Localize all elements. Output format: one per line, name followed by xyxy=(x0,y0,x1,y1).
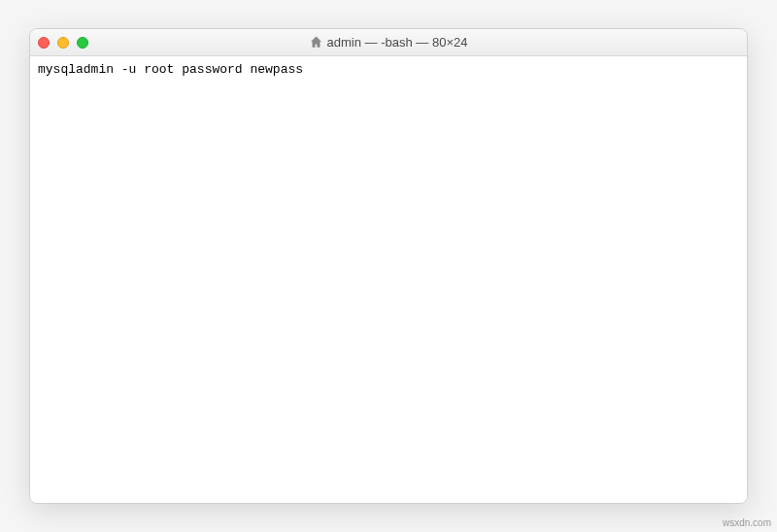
close-icon[interactable] xyxy=(38,37,50,49)
window-title-text: admin — -bash — 80×24 xyxy=(327,35,468,50)
terminal-window: admin — -bash — 80×24 mysqladmin -u root… xyxy=(29,28,748,504)
maximize-icon[interactable] xyxy=(77,37,88,49)
traffic-lights xyxy=(38,37,88,49)
watermark: wsxdn.com xyxy=(723,517,771,528)
titlebar[interactable]: admin — -bash — 80×24 xyxy=(30,29,747,56)
terminal-line: mysqladmin -u root password newpass xyxy=(38,62,303,77)
terminal-body[interactable]: mysqladmin -u root password newpass xyxy=(30,56,747,503)
window-title: admin — -bash — 80×24 xyxy=(30,35,747,50)
home-icon xyxy=(310,36,323,50)
minimize-icon[interactable] xyxy=(57,37,69,49)
